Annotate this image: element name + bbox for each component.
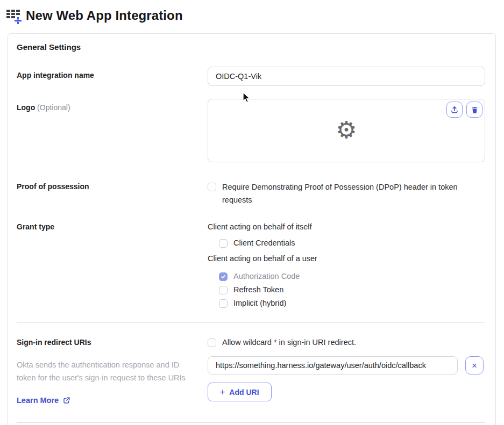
card-heading: General Settings: [17, 42, 485, 52]
dpop-checkbox[interactable]: [208, 183, 216, 191]
delete-logo-button[interactable]: [466, 102, 482, 118]
app-name-row: App integration name: [17, 67, 485, 86]
implicit-hybrid-checkbox[interactable]: [219, 299, 228, 308]
client-credentials-label: Client Credentials: [233, 239, 295, 248]
add-uri-button[interactable]: + Add URI: [208, 383, 272, 401]
general-settings-card: General Settings App integration name Lo…: [8, 33, 496, 425]
page-header: New Web App Integration: [0, 0, 504, 23]
redirect-uri-line: ×: [208, 356, 485, 374]
gear-icon: ⚙: [336, 118, 357, 142]
redirect-uris-row: Sign-in redirect URIs Okta sends the aut…: [17, 338, 485, 405]
logo-dropzone[interactable]: ⚙: [208, 99, 485, 162]
external-link-icon: [62, 397, 70, 405]
remove-uri-button[interactable]: ×: [465, 356, 484, 374]
upload-icon: [450, 105, 459, 114]
grant-option-authorization-code: Authorization Code: [219, 272, 485, 281]
authorization-code-checkbox[interactable]: [219, 272, 228, 281]
authorization-code-label: Authorization Code: [233, 272, 300, 281]
grant-option-implicit: Implicit (hybrid): [219, 299, 485, 308]
proof-label: Proof of possession: [17, 182, 208, 191]
logo-row: Logo (Optional) ⚙: [17, 99, 485, 162]
close-icon: ×: [472, 361, 477, 370]
redirect-help-text: Okta sends the authentication response a…: [17, 358, 202, 384]
trash-icon: [471, 106, 479, 114]
dpop-checkbox-label: Require Demonstrating Proof of Possessio…: [222, 181, 460, 206]
app-name-input[interactable]: [208, 67, 485, 86]
section-divider: [17, 322, 485, 323]
proof-of-possession-row: Proof of possession Require Demonstratin…: [17, 182, 485, 206]
redirect-uris-controls: Allow wildcard * in sign-in URI redirect…: [208, 338, 485, 401]
implicit-hybrid-label: Implicit (hybrid): [233, 299, 286, 308]
page-title: New Web App Integration: [26, 8, 183, 23]
grant-subheading-user: Client acting on behalf of a user: [208, 254, 485, 263]
grant-option-client-credentials: Client Credentials: [219, 239, 485, 248]
grant-type-group: Client acting on behalf of itself Client…: [208, 222, 485, 308]
logo-optional-label: (Optional): [37, 103, 70, 112]
refresh-token-checkbox[interactable]: [219, 286, 228, 294]
logo-label: Logo (Optional): [17, 99, 208, 112]
checkmark-icon: [221, 274, 226, 279]
learn-more-link[interactable]: Learn More: [17, 396, 70, 405]
wildcard-checkbox[interactable]: [208, 338, 216, 347]
app-name-label: App integration name: [17, 67, 208, 80]
grant-type-label: Grant type: [17, 222, 208, 232]
grant-subheading-itself: Client acting on behalf of itself: [208, 222, 485, 232]
app-grid-plus-icon: [6, 9, 21, 23]
plus-icon: +: [220, 387, 225, 397]
redirect-uri-input[interactable]: [208, 356, 458, 374]
redirect-uris-label: Sign-in redirect URIs: [17, 338, 208, 347]
grant-type-row: Grant type Client acting on behalf of it…: [17, 222, 485, 308]
bottom-divider: [17, 422, 485, 423]
client-credentials-checkbox[interactable]: [219, 239, 228, 248]
grant-option-refresh-token: Refresh Token: [219, 285, 485, 294]
upload-logo-button[interactable]: [446, 102, 463, 118]
refresh-token-label: Refresh Token: [233, 285, 283, 294]
wildcard-checkbox-label: Allow wildcard * in sign-in URI redirect…: [222, 338, 356, 347]
plus-icon: [14, 17, 22, 25]
